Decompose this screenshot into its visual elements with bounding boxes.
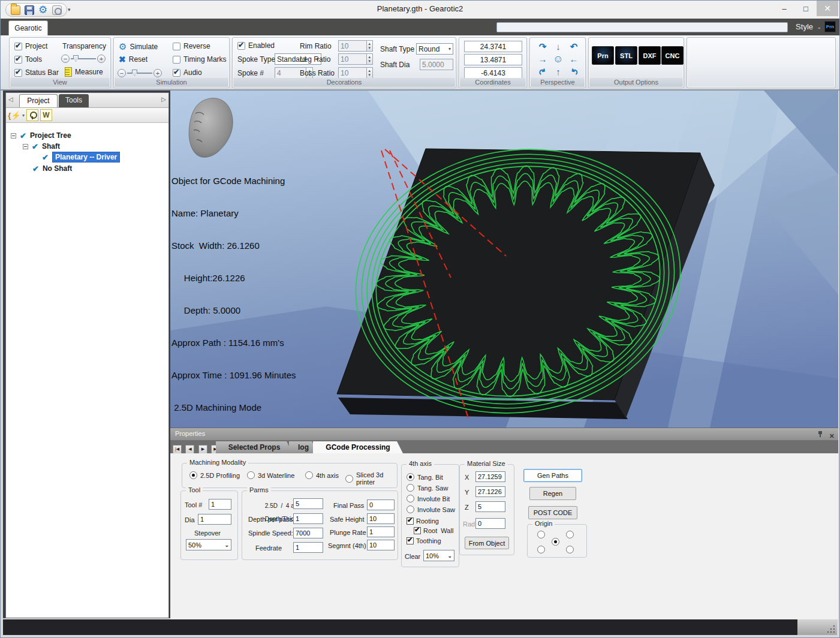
collapse-icon[interactable] (11, 133, 16, 139)
origin-top-left-radio[interactable] (537, 531, 545, 538)
transparency-slider-handle[interactable] (73, 55, 79, 62)
pin-icon[interactable] (817, 431, 823, 438)
enabled-checkbox[interactable]: ✔Enabled (237, 41, 275, 50)
shaft-type-select[interactable]: Round▾ (416, 43, 453, 55)
tab-selected-props[interactable]: Selected Props (216, 441, 293, 453)
clear-select[interactable]: 10%⌄ (423, 550, 454, 561)
radio-3d-waterline[interactable]: 3d Waterline (247, 471, 294, 479)
radio-tang-bit[interactable]: Tang. Bit (407, 473, 443, 481)
feedrate-field[interactable] (293, 542, 323, 553)
tab-nav-first-button[interactable]: |◀ (173, 445, 182, 454)
stepover-select[interactable]: 50%⌄ (186, 539, 231, 550)
shaft-dia-field[interactable] (420, 59, 453, 70)
style-caret-icon[interactable]: ⌄ (817, 24, 821, 30)
leg-ratio-value[interactable] (339, 54, 366, 64)
reverse-checkbox[interactable]: ✔Reverse (173, 42, 210, 50)
simulate-button[interactable]: ⚙ Simulate (119, 41, 158, 52)
statusbar-checkbox[interactable]: ✔Status Bar (14, 68, 59, 77)
final-pass-field[interactable] (367, 499, 395, 510)
segmnt-field[interactable] (367, 540, 395, 550)
origin-bottom-left-radio[interactable] (537, 546, 545, 553)
roll-ccw-icon[interactable]: ↶ (567, 65, 580, 78)
maximize-button[interactable]: □ (795, 1, 817, 16)
boss-ratio-value[interactable] (339, 68, 366, 78)
gen-paths-button[interactable]: Gen Paths (523, 469, 582, 482)
tools-checkbox[interactable]: ✔Tools (14, 55, 42, 64)
tree-node-planetary-driver[interactable]: ✔ Planetary -- Driver (42, 152, 120, 162)
style-app-icon[interactable]: Prn (824, 21, 836, 32)
plunge-rate-field[interactable] (367, 526, 395, 537)
rim-ratio-value[interactable] (339, 41, 366, 51)
simulation-speed-slider[interactable]: − + (118, 69, 162, 77)
radio-4th-axis[interactable]: 4th axis (305, 471, 339, 479)
material-x-field[interactable] (475, 471, 505, 482)
project-checkbox[interactable]: ✔Project (14, 42, 47, 50)
panel-scroll-left-icon[interactable]: ◁ (8, 96, 13, 103)
viewport-3d[interactable]: Object for GCode Machining Name: Planeta… (170, 91, 838, 428)
post-code-button[interactable]: POST CODE (528, 506, 577, 519)
radio-involute-bit[interactable]: Involute Bit (407, 495, 450, 502)
material-rad-field[interactable] (475, 518, 505, 529)
cnc-button[interactable]: CNC (661, 46, 684, 65)
collapse-icon[interactable] (23, 144, 28, 149)
spindle-speed-field[interactable] (293, 528, 323, 538)
reset-button[interactable]: ✖ Reset (119, 55, 147, 64)
tab-gearotic[interactable]: Gearotic (8, 20, 48, 35)
radio-sliced-3d-printer[interactable]: Sliced 3d printer (345, 471, 397, 486)
sim-plus-icon[interactable]: + (153, 69, 162, 77)
tree-node-project-tree[interactable]: ✔ Project Tree (11, 130, 71, 141)
rooting-checkbox[interactable]: ✔Rooting (407, 517, 439, 525)
dxf-button[interactable]: DXF (639, 46, 661, 65)
transparency-slider[interactable]: − + (61, 55, 106, 63)
stl-button[interactable]: STL (615, 46, 637, 65)
rim-ratio-spinner[interactable]: ▲▼ (338, 40, 373, 52)
toothing-checkbox[interactable]: ✔Toothing (407, 537, 441, 544)
tool-num-field[interactable] (209, 499, 231, 510)
panel-scroll-right-icon[interactable]: ▷ (161, 96, 166, 103)
radio-involute-saw[interactable]: Involute Saw (407, 505, 455, 513)
origin-bottom-right-radio[interactable] (566, 546, 574, 553)
dia-field[interactable] (198, 514, 231, 525)
origin-top-right-radio[interactable] (566, 531, 574, 538)
coordinate-field-3[interactable] (464, 67, 522, 79)
rotate-ccw-icon[interactable]: ↶ (570, 41, 578, 52)
safe-height-field[interactable] (367, 513, 395, 524)
from-object-button[interactable]: From Object (465, 537, 509, 549)
reset-view-smiley-icon[interactable]: ☺ (553, 53, 563, 65)
w-tool-icon[interactable]: W (40, 109, 52, 121)
pan-left-icon[interactable]: ← (570, 54, 579, 64)
tree-node-no-shaft[interactable]: ✔ No Shaft (32, 163, 72, 174)
minimize-button[interactable]: – (773, 1, 795, 16)
sim-slider-handle[interactable] (132, 70, 137, 76)
resize-grip[interactable] (797, 619, 837, 635)
tilt-up-icon[interactable]: ↑ (556, 67, 561, 77)
tree-node-shaft[interactable]: ✔ Shaft (23, 141, 60, 152)
coordinate-field-1[interactable] (464, 41, 522, 52)
tab-project[interactable]: Project (19, 94, 58, 107)
sim-minus-icon[interactable]: − (118, 69, 126, 77)
magnifier-tool-icon[interactable] (26, 109, 38, 121)
braces-caret-icon[interactable]: ▾ (22, 113, 25, 118)
material-y-field[interactable] (475, 486, 505, 497)
rotate-cw-icon[interactable]: ↷ (539, 41, 547, 52)
roll-cw-icon[interactable]: ↷ (536, 65, 549, 78)
timing-marks-checkbox[interactable]: ✔Timing Marks (173, 55, 227, 64)
tilt-down-icon[interactable]: ↓ (556, 41, 561, 52)
transparency-minus-icon[interactable]: − (61, 55, 70, 63)
root-wall-checkbox[interactable]: ✔Root Wall (414, 527, 453, 534)
tab-nav-next-button[interactable]: ▶ (198, 445, 207, 454)
tab-tools[interactable]: Tools (59, 94, 89, 107)
braces-tool-icon[interactable]: {⚡ (8, 109, 20, 121)
pan-right-icon[interactable]: → (538, 54, 547, 64)
tab-nav-prev-button[interactable]: ◀ (185, 445, 194, 454)
measure-button[interactable]: Measure (65, 67, 103, 77)
coordinate-field-2[interactable] (464, 54, 522, 65)
audio-checkbox[interactable]: ✔Audio (173, 68, 202, 77)
origin-center-radio[interactable] (552, 538, 559, 546)
tab-gcode-processing[interactable]: GCode Processing (313, 441, 403, 453)
properties-header[interactable]: Properties ✕ (170, 428, 838, 440)
radio-25d-profiling[interactable]: 2.5D Profiling (189, 471, 240, 479)
transparency-plus-icon[interactable]: + (97, 55, 106, 63)
regen-button[interactable]: Regen (529, 487, 576, 500)
boss-ratio-spinner[interactable]: ▲▼ (338, 67, 373, 79)
